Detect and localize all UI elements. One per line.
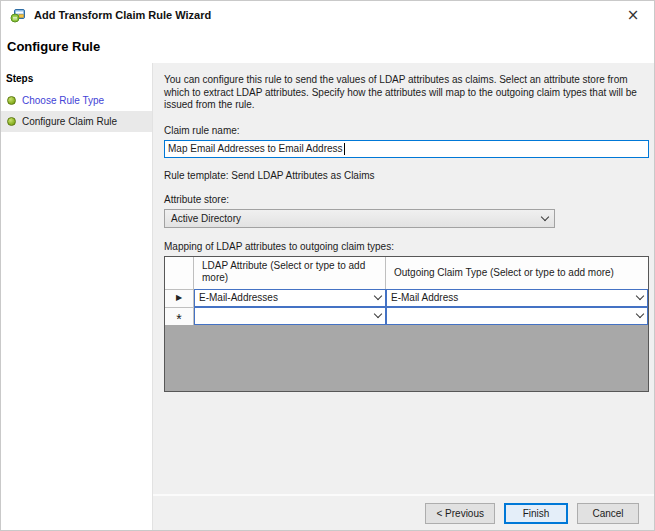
- outgoing-claim-type-dropdown-row1[interactable]: E-Mail Address: [386, 289, 648, 307]
- current-row-indicator: ▶: [165, 289, 194, 307]
- outgoing-claim-type-column-header: Outgoing Claim Type (Select or type to a…: [386, 257, 648, 289]
- finish-button[interactable]: Finish: [504, 503, 568, 524]
- outgoing-claim-type-value: E-Mail Address: [391, 292, 637, 303]
- rule-template-text: Rule template: Send LDAP Attributes as C…: [164, 170, 647, 181]
- step-completed-icon: [7, 117, 16, 126]
- claim-rule-name-input[interactable]: Map Email Addresses to Email Address: [164, 140, 649, 158]
- step-label: Choose Rule Type: [22, 95, 104, 106]
- step-completed-icon: [7, 96, 16, 105]
- new-row-indicator: *: [165, 307, 194, 325]
- chevron-down-icon: [541, 212, 549, 220]
- window-title: Add Transform Claim Rule Wizard: [34, 9, 211, 21]
- claim-rule-name-label: Claim rule name:: [164, 125, 647, 136]
- close-icon[interactable]: ×: [620, 4, 646, 26]
- ldap-mapping-table: LDAP Attribute (Select or type to add mo…: [164, 256, 649, 392]
- chevron-down-icon: [374, 310, 382, 318]
- current-row-indicator-icon: ▶: [176, 294, 182, 302]
- wizard-button-bar: < Previous Finish Cancel: [153, 494, 654, 530]
- empty-grid-area: [165, 325, 648, 391]
- wizard-app-icon: [10, 7, 26, 23]
- title-bar: Add Transform Claim Rule Wizard ×: [1, 1, 654, 29]
- attribute-store-label: Attribute store:: [164, 194, 647, 205]
- table-row: E-Mail-Addresses: [194, 289, 386, 307]
- chevron-down-icon: [374, 292, 382, 300]
- table-row: E-Mail Address: [386, 289, 648, 307]
- step-label: Configure Claim Rule: [22, 116, 117, 127]
- row-selector-header: [165, 257, 194, 289]
- ldap-attribute-dropdown-row2[interactable]: [194, 307, 386, 325]
- attribute-store-value: Active Directory: [171, 213, 542, 224]
- add-transform-claim-rule-wizard-dialog: Add Transform Claim Rule Wizard × Config…: [0, 0, 655, 531]
- text-caret: [344, 143, 345, 155]
- chevron-down-icon: [636, 310, 644, 318]
- mapping-label: Mapping of LDAP attributes to outgoing c…: [164, 241, 647, 252]
- claim-rule-name-value: Map Email Addresses to Email Address: [168, 143, 343, 154]
- ldap-attribute-dropdown-row1[interactable]: E-Mail-Addresses: [194, 289, 386, 307]
- chevron-down-icon: [636, 292, 644, 300]
- cancel-button[interactable]: Cancel: [577, 503, 639, 524]
- page-title: Configure Rule: [1, 29, 654, 63]
- sidebar-item-choose-rule-type[interactable]: Choose Rule Type: [1, 90, 152, 111]
- table-row: [386, 307, 648, 325]
- configure-rule-panel: You can configure this rule to send the …: [153, 63, 654, 494]
- rule-description-text: You can configure this rule to send the …: [164, 74, 651, 112]
- outgoing-claim-type-dropdown-row2[interactable]: [386, 307, 648, 325]
- attribute-store-dropdown[interactable]: Active Directory: [164, 209, 555, 228]
- steps-sidebar: Steps Choose Rule Type Configure Claim R…: [1, 63, 153, 530]
- table-row: [194, 307, 386, 325]
- ldap-attribute-value: E-Mail-Addresses: [199, 292, 375, 303]
- steps-header: Steps: [1, 70, 152, 90]
- sidebar-item-configure-claim-rule[interactable]: Configure Claim Rule: [1, 111, 152, 132]
- new-row-indicator-icon: *: [176, 309, 181, 323]
- ldap-attribute-column-header: LDAP Attribute (Select or type to add mo…: [194, 257, 386, 289]
- previous-button[interactable]: < Previous: [425, 503, 495, 524]
